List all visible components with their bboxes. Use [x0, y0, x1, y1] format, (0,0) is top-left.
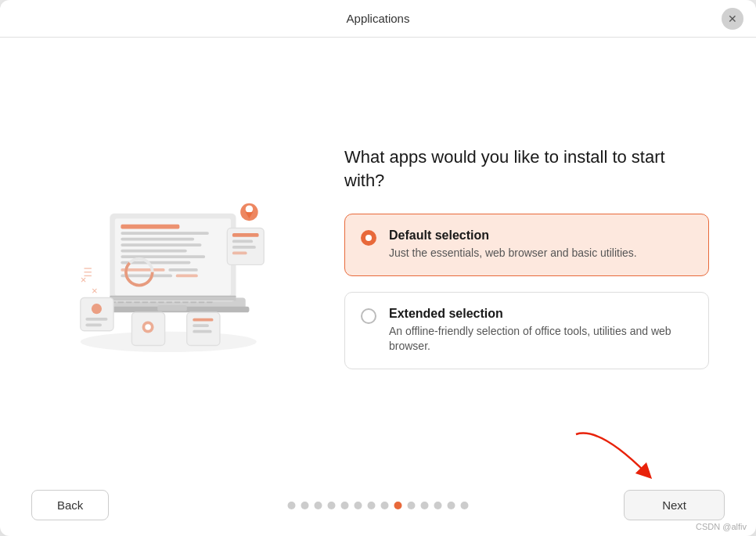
svg-rect-47 [193, 330, 211, 333]
svg-rect-24 [121, 250, 186, 253]
svg-rect-39 [85, 318, 107, 321]
pagination-dot-11 [434, 502, 442, 509]
svg-rect-33 [232, 233, 259, 237]
title-bar: Applications ✕ [0, 0, 756, 38]
options-side: What apps would you like to install to s… [344, 146, 709, 369]
close-icon: ✕ [728, 13, 737, 24]
pagination-dot-5 [355, 502, 362, 509]
pagination-dot-3 [328, 502, 336, 509]
pagination-dot-1 [301, 502, 309, 509]
next-button[interactable]: Next [624, 490, 725, 520]
svg-rect-31 [110, 296, 236, 298]
pagination-dot-12 [448, 502, 455, 509]
dialog-window: Applications ✕ [0, 0, 756, 536]
svg-point-38 [92, 304, 102, 314]
option-default-label: Default selection [389, 228, 637, 243]
pagination-dot-9 [408, 502, 416, 509]
back-button[interactable]: Back [31, 490, 109, 520]
close-button[interactable]: ✕ [722, 8, 743, 30]
radio-extended [361, 308, 376, 324]
option-extended-label: Extended selection [389, 307, 693, 321]
pagination-dot-0 [288, 502, 296, 509]
svg-text:×: × [92, 285, 98, 297]
svg-rect-16 [157, 305, 187, 311]
option-extended-card[interactable]: Extended selection An offline-friendly s… [344, 292, 709, 369]
pagination-dot-4 [341, 502, 349, 509]
svg-rect-46 [193, 324, 209, 327]
svg-rect-44 [187, 312, 220, 345]
content-area: × × What apps would you like to install … [0, 38, 756, 477]
option-default-card[interactable]: Default selection Just the essentials, w… [344, 214, 709, 276]
pagination-dot-6 [368, 502, 376, 509]
svg-rect-35 [232, 246, 256, 249]
pagination-dot-7 [381, 502, 389, 509]
pagination-dot-2 [315, 502, 322, 509]
option-default-text: Default selection Just the essentials, w… [389, 228, 637, 261]
svg-rect-36 [232, 252, 247, 255]
svg-point-43 [145, 324, 151, 330]
dots-container [288, 502, 469, 509]
svg-rect-25 [121, 255, 205, 258]
svg-point-49 [246, 205, 253, 212]
option-extended-desc: An offline-friendly selection of office … [389, 324, 693, 354]
illustration-side: × × [47, 148, 297, 367]
svg-rect-34 [232, 240, 253, 243]
svg-rect-29 [121, 275, 172, 278]
dialog-title: Applications [347, 12, 410, 25]
svg-rect-40 [85, 323, 102, 326]
option-extended-text: Extended selection An offline-friendly s… [389, 307, 693, 354]
laptop-illustration: × × [55, 148, 290, 367]
bottom-bar: Back Next [0, 477, 756, 536]
question-title: What apps would you like to install to s… [344, 146, 709, 192]
pagination-dot-13 [461, 502, 469, 509]
svg-point-0 [81, 332, 257, 352]
svg-rect-21 [121, 232, 209, 235]
pagination-dot-10 [421, 502, 429, 509]
svg-rect-30 [176, 275, 198, 278]
svg-rect-45 [193, 318, 213, 322]
svg-rect-23 [121, 243, 201, 246]
radio-dot-default [365, 235, 372, 241]
svg-rect-20 [121, 225, 179, 229]
pagination-dot-8 [394, 502, 402, 509]
radio-default [361, 230, 376, 246]
svg-rect-28 [168, 268, 198, 272]
svg-rect-18 [110, 298, 236, 301]
svg-rect-22 [121, 238, 194, 241]
watermark: CSDN @alfiv [696, 522, 747, 531]
option-default-desc: Just the essentials, web browser and bas… [389, 246, 637, 261]
